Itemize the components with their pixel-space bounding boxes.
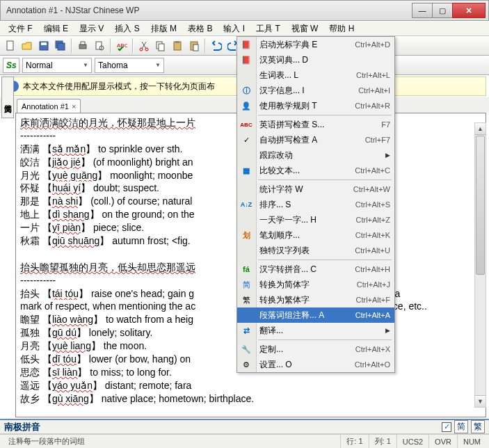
menu-item[interactable]: 划笔划顺序...Ctrl+Alt+K [237,227,394,243]
status-line: 行: 1 [340,435,368,448]
svg-rect-13 [159,44,164,51]
menu-item[interactable]: A↓Z排序... SCtrl+Alt+S [237,197,394,212]
scroll-down-icon[interactable]: ▼ [475,395,486,407]
close-button[interactable]: × [452,3,486,18]
svg-rect-4 [58,43,65,50]
file-browser-tab[interactable]: 文件浏览器 [1,77,14,118]
svg-point-10 [140,48,143,51]
ime-name: 南极拼音 [4,421,40,433]
menu-tools[interactable]: 工具 T [250,22,286,36]
vertical-scrollbar[interactable]: ▲ ▼ [474,122,486,408]
menu-item[interactable]: 一天学一字... HCtrl+Alt+Z [237,212,394,227]
status-col: 列: 1 [369,435,396,448]
status-num: NUM [457,435,486,448]
undo-icon[interactable] [209,38,224,54]
paste-special-icon[interactable] [186,38,202,54]
save-icon[interactable] [36,38,51,54]
svg-point-11 [145,48,148,51]
menu-view[interactable]: 显示 V [74,22,109,36]
menu-window[interactable]: 视窗 W [286,22,324,36]
paste-icon[interactable] [170,38,185,54]
status-hint: 注释每一段落中的词组 [3,435,114,448]
traditional-badge[interactable]: 繁 [471,420,485,433]
menu-item[interactable]: 🔧定制...Ctrl+Alt+X [237,342,394,357]
window-controls: — ▢ × [412,3,486,18]
menu-format[interactable]: 排版 M [145,22,182,36]
simplified-badge[interactable]: 简 [454,420,468,433]
print-preview-icon[interactable] [92,38,107,54]
menu-item[interactable]: 生词表... LCtrl+Alt+L [237,67,394,83]
svg-rect-17 [193,45,198,51]
status-ovr: OVR [428,435,457,448]
menu-item[interactable]: ✓自动拼写检查 ACtrl+F7 [237,132,394,147]
status-encoding: UCS2 [396,435,428,448]
menu-item[interactable]: ⇄翻译...▶ [237,323,394,338]
menu-item[interactable]: 段落词组注释... ACtrl+Alt+A [237,307,394,323]
menu-item[interactable]: ABC英语拼写检查 S...F7 [237,117,394,132]
cut-icon[interactable] [136,38,152,54]
copy-icon[interactable] [153,38,168,54]
scroll-thumb[interactable] [476,136,485,275]
print-icon[interactable] [75,38,90,54]
menu-edit[interactable]: 编辑 E [38,22,74,36]
svg-rect-6 [81,42,85,45]
window-title: Annotation #1 - NJStar Chinese WP [6,6,412,15]
tab-close-icon[interactable]: × [72,102,76,111]
menu-item[interactable]: ⚙设置... OCtrl+Alt+O [237,357,394,372]
menu-input[interactable]: 输入 I [218,22,250,36]
tools-menu-dropdown: 📕启动光标字典 ECtrl+Alt+D📕汉英词典... D生词表... LCtr… [237,36,395,373]
open-icon[interactable] [19,38,35,54]
menu-item[interactable]: 👤使用教学规则 TCtrl+Alt+R [237,98,394,113]
svg-rect-0 [7,41,13,50]
style-set-combo[interactable]: Ss [3,58,19,73]
menu-item[interactable]: 繁转换为繁体字Ctrl+Alt+F [237,292,394,307]
menu-item[interactable]: fá汉字转拼音... CCtrl+Alt+H [237,262,394,277]
font-combo[interactable]: Tahoma▼ [95,58,164,73]
menu-insert[interactable]: 插入 S [109,22,145,36]
ime-checkbox[interactable]: ✓ [442,422,451,432]
new-doc-icon[interactable] [3,38,18,54]
menu-file[interactable]: 文件 F [3,22,38,36]
document-tab[interactable]: Annotation #1 × [17,99,81,113]
title-bar: Annotation #1 - NJStar Chinese WP — ▢ × [0,0,489,21]
scroll-up-icon[interactable]: ▲ [475,123,486,135]
menu-item[interactable]: ⓘ汉字信息... ICtrl+Alt+I [237,83,394,98]
menu-help[interactable]: 帮助 H [323,22,360,36]
paragraph-style-combo[interactable]: Normal▼ [22,58,92,73]
save-all-icon[interactable] [53,38,68,54]
info-text: 本文本文件使用配屏显示模式，按一下转化为页面布 [23,81,215,93]
menu-item[interactable]: 统计字符 WCtrl+Alt+W [237,182,394,197]
menu-bar: 文件 F 编辑 E 显示 V 插入 S 排版 M 表格 B 输入 I 工具 T … [0,21,489,36]
menu-item[interactable]: 跟踪改动▶ [237,147,394,163]
status-bar: 注释每一段落中的词组 行: 1 列: 1 UCS2 OVR NUM [0,434,489,448]
svg-rect-5 [79,45,86,49]
menu-item[interactable]: 简转换为简体字Ctrl+Alt+J [237,277,394,292]
minimize-button[interactable]: — [412,3,433,18]
spellcheck-icon[interactable]: ABC [114,38,129,54]
tab-label: Annotation #1 [22,102,69,111]
menu-item[interactable]: 📕启动光标字典 ECtrl+Alt+D [237,37,394,52]
svg-rect-7 [96,42,102,49]
maximize-button[interactable]: ▢ [432,3,453,18]
svg-rect-2 [41,42,47,45]
menu-item[interactable]: ▦比较文本...Ctrl+Alt+C [237,163,394,178]
menu-table[interactable]: 表格 B [182,22,218,36]
menu-item[interactable]: 独特汉字列表Ctrl+Alt+U [237,243,394,258]
ime-bar: 南极拼音 ✓ 简 繁 [0,419,489,434]
menu-item[interactable]: 📕汉英词典... D [237,52,394,67]
svg-rect-15 [175,41,179,43]
